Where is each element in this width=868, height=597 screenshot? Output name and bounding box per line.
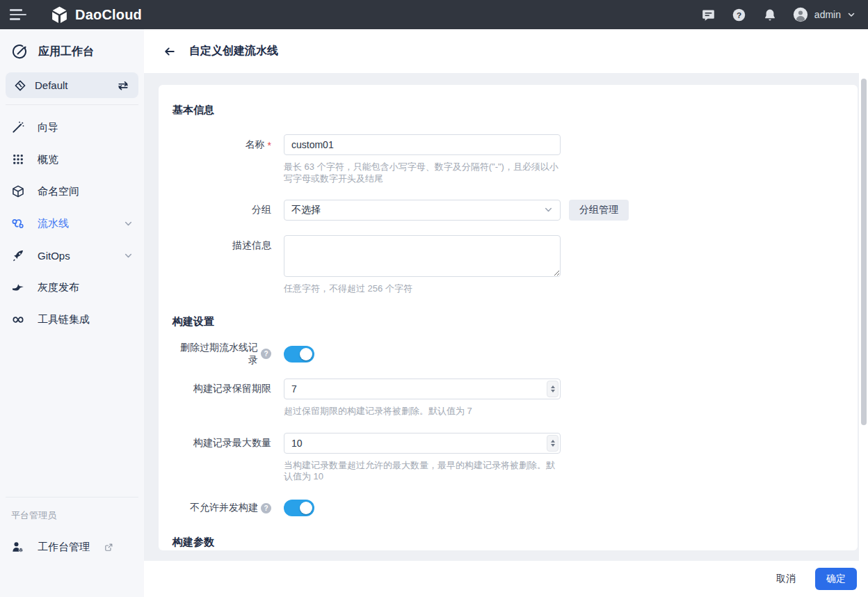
help-circle-icon[interactable]: ? — [261, 503, 271, 514]
user-menu[interactable]: admin — [793, 7, 855, 22]
sidebar-item-pipeline[interactable]: 流水线 — [0, 207, 144, 239]
sidebar-item-overview[interactable]: 概览 — [0, 143, 144, 175]
scrollbar-thumb[interactable] — [861, 79, 867, 425]
group-field-row: 分组 不选择 分组管理 — [172, 200, 844, 221]
group-select[interactable]: 不选择 — [284, 200, 561, 221]
page-title: 自定义创建流水线 — [189, 44, 278, 58]
sidebar-item-gray-release[interactable]: 灰度发布 — [0, 271, 144, 303]
role-section-label: 平台管理员 — [0, 504, 144, 533]
description-field-row: 描述信息 任意字符，不得超过 256 个字符 — [172, 235, 844, 295]
number-stepper[interactable] — [547, 435, 558, 452]
group-select-value: 不选择 — [291, 204, 321, 216]
help-circle-icon[interactable]: ? — [261, 349, 271, 359]
external-link-icon — [104, 542, 114, 552]
bell-icon[interactable] — [762, 7, 778, 22]
user-name: admin — [814, 9, 841, 20]
form-card: 基本信息 名称* 最长 63 个字符，只能包含小写字母、数字及分隔符("-")，… — [159, 85, 858, 550]
brand-logo: DaoCloud — [50, 6, 142, 24]
section-build-settings: 构建设置 — [172, 315, 844, 328]
pipeline-icon — [11, 216, 25, 230]
grid-dots-icon — [11, 152, 25, 166]
retention-hint: 超过保留期限的构建记录将被删除。默认值为 7 — [284, 406, 561, 417]
retention-field-row: 构建记录保留期限 超过保留期限的构建记录将被删除。默认值为 7 — [172, 379, 844, 417]
workspace-selector[interactable]: Default — [6, 72, 138, 98]
workbench-icon — [11, 42, 29, 61]
required-mark: * — [268, 140, 271, 151]
description-hint: 任意字符，不得超过 256 个字符 — [284, 283, 561, 295]
workspace-icon — [14, 79, 26, 92]
infinity-icon — [11, 312, 25, 326]
svg-text:?: ? — [737, 10, 741, 19]
chevron-down-icon[interactable] — [124, 219, 133, 228]
wand-icon — [11, 120, 25, 134]
description-label: 描述信息 — [172, 235, 271, 295]
chevron-down-icon[interactable] — [124, 251, 133, 260]
max-records-field-row: 构建记录最大数量 当构建记录数量超过允许的最大数量，最早的构建记录将被删除。默认… — [172, 433, 844, 484]
no-concurrent-row: 不允许并发构建 ? — [172, 500, 844, 516]
sidebar-item-workbench-management[interactable]: 工作台管理 — [0, 533, 144, 561]
section-build-params: 构建参数 — [172, 536, 844, 549]
sidebar-item-label: GitOps — [38, 250, 70, 262]
content-area: 基本信息 名称* 最长 63 个字符，只能包含小写字母、数字及分隔符("-")，… — [144, 73, 868, 561]
max-records-hint: 当构建记录数量超过允许的最大数量，最早的构建记录将被删除。默认值为 10 — [284, 460, 561, 484]
max-records-label: 构建记录最大数量 — [172, 433, 271, 454]
cancel-button[interactable]: 取消 — [776, 573, 796, 585]
switch-workspace-icon[interactable] — [116, 79, 130, 93]
top-bar: DaoCloud ? admin — [0, 0, 868, 29]
name-field-row: 名称* 最长 63 个字符，只能包含小写字母、数字及分隔符("-")，且必须以小… — [172, 134, 844, 185]
retention-input[interactable] — [284, 379, 561, 399]
delete-expired-row: 删除过期流水线记录 ? — [172, 346, 844, 363]
bird-icon — [11, 280, 25, 294]
page-header: 自定义创建流水线 — [144, 29, 868, 73]
avatar-icon — [793, 7, 808, 22]
workspace-name: Default — [35, 79, 68, 91]
scrollbar-track[interactable] — [859, 73, 868, 561]
sidebar-item-namespace[interactable]: 命名空间 — [0, 175, 144, 207]
brand-name: DaoCloud — [75, 7, 142, 23]
sidebar-item-label: 概览 — [38, 153, 58, 166]
name-hint: 最长 63 个字符，只能包含小写字母、数字及分隔符("-")，且必须以小写字母或… — [284, 161, 561, 185]
sidebar-item-label: 命名空间 — [38, 185, 79, 198]
sidebar-item-gitops[interactable]: GitOps — [0, 239, 144, 271]
group-manage-button[interactable]: 分组管理 — [569, 200, 629, 221]
help-icon[interactable]: ? — [732, 7, 747, 22]
sidebar-bottom: 平台管理员 工作台管理 — [0, 491, 144, 597]
message-icon[interactable] — [701, 7, 716, 22]
description-textarea[interactable] — [284, 235, 561, 277]
sidebar-item-toolchain[interactable]: 工具链集成 — [0, 303, 144, 335]
cube-icon — [11, 184, 25, 198]
name-label: 名称* — [172, 134, 271, 155]
no-concurrent-toggle[interactable] — [284, 500, 314, 516]
max-records-input[interactable] — [284, 433, 561, 454]
number-stepper[interactable] — [547, 381, 558, 397]
sidebar-item-label: 流水线 — [38, 217, 69, 230]
delete-expired-toggle[interactable] — [284, 346, 314, 363]
sidebar-divider — [6, 104, 138, 105]
workspace-header: 应用工作台 — [0, 29, 144, 70]
daocloud-logo-icon — [50, 6, 69, 24]
sidebar-divider — [6, 497, 138, 498]
footer-actions: 取消 确定 — [144, 561, 868, 597]
confirm-button[interactable]: 确定 — [815, 568, 857, 590]
chevron-down-icon — [544, 205, 553, 214]
rocket-icon — [11, 248, 25, 262]
menu-icon[interactable] — [10, 6, 31, 24]
sidebar-item-label: 向导 — [38, 121, 58, 134]
sidebar: 应用工作台 Default 向导 概览 — [0, 29, 144, 597]
retention-label: 构建记录保留期限 — [172, 379, 271, 399]
chevron-down-icon — [847, 10, 855, 19]
sidebar-item-label: 工作台管理 — [38, 541, 90, 554]
sidebar-item-label: 工具链集成 — [38, 313, 90, 326]
admin-person-cube-icon — [11, 540, 25, 554]
no-concurrent-label: 不允许并发构建 ? — [172, 500, 271, 516]
name-input[interactable] — [284, 134, 561, 155]
back-arrow-icon[interactable] — [163, 45, 177, 58]
workspace-header-label: 应用工作台 — [38, 45, 94, 59]
delete-expired-label: 删除过期流水线记录 ? — [172, 346, 271, 363]
group-label: 分组 — [172, 200, 271, 221]
section-basic-info: 基本信息 — [172, 104, 844, 117]
sidebar-item-wizard[interactable]: 向导 — [0, 111, 144, 143]
sidebar-item-label: 灰度发布 — [38, 281, 79, 294]
